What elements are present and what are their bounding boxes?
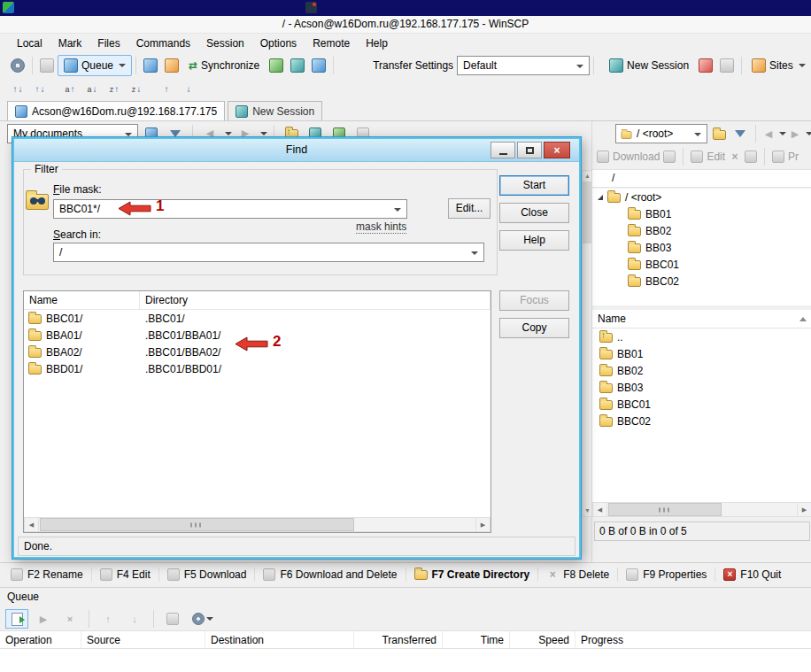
scroll-left-icon[interactable] — [592, 502, 607, 517]
file-row-bb01[interactable]: BB01 — [592, 345, 811, 362]
synchronize-button[interactable]: Synchronize — [182, 55, 266, 76]
queue-col-operation[interactable]: Operation — [0, 631, 81, 648]
queue-resume-button[interactable] — [32, 609, 55, 629]
file-row-bb03[interactable]: BB03 — [592, 379, 811, 396]
remote-hscrollbar[interactable] — [592, 502, 811, 517]
queue-col-speed[interactable]: Speed — [510, 631, 575, 648]
app-taskbar-icon[interactable] — [3, 2, 14, 13]
queue-col-source[interactable]: Source — [81, 631, 205, 648]
file-mask-input[interactable]: BBC01*/ — [53, 199, 407, 219]
panel-layout-button[interactable] — [140, 55, 161, 76]
fkey-f9-properties[interactable]: F9 Properties — [622, 565, 710, 584]
sort-button-5[interactable]: z — [104, 80, 125, 99]
menu-commands[interactable]: Commands — [128, 35, 198, 52]
queue-move-up-button[interactable] — [97, 609, 120, 629]
queue-col-progress[interactable]: Progress — [575, 631, 811, 648]
result-row-4[interactable]: BBD01/ .BBC01/BBD01/ — [24, 360, 490, 377]
queue-panel-title[interactable]: Queue — [0, 587, 811, 606]
menu-help[interactable]: Help — [358, 35, 396, 52]
queue-copy-button[interactable] — [161, 609, 184, 629]
remote-open-dir-button[interactable] — [709, 123, 729, 144]
session-color-button[interactable] — [287, 55, 308, 76]
tab-session[interactable]: Acson@w16Dom.ru@192.168.177.175 — [7, 101, 225, 120]
tree-item-bbc02[interactable]: BBC02 — [592, 273, 811, 290]
menu-mark[interactable]: Mark — [50, 35, 90, 52]
fkey-f5-download[interactable]: F5 Download — [164, 565, 251, 584]
tree-item-bbc01[interactable]: BBC01 — [592, 256, 811, 273]
scroll-thumb[interactable] — [40, 518, 354, 531]
fkey-f7-create-directory[interactable]: F7 Create Directory — [411, 565, 534, 584]
fkey-f10-quit[interactable]: F10 Quit — [720, 565, 784, 584]
sort-button-4[interactable]: a — [81, 80, 103, 99]
focus-button[interactable]: Focus — [499, 290, 569, 311]
sort-button-2[interactable] — [29, 80, 50, 99]
sites-button[interactable]: Sites — [745, 55, 811, 76]
file-row-bbc02[interactable]: BBC02 — [592, 413, 811, 429]
download-button[interactable]: Download — [613, 151, 660, 163]
results-hscrollbar[interactable] — [24, 517, 490, 532]
preferences-button[interactable] — [7, 55, 28, 76]
remote-back-button[interactable] — [761, 123, 776, 144]
file-row-bb02[interactable]: BB02 — [592, 362, 811, 379]
menu-session[interactable]: Session — [198, 35, 252, 52]
close-session-button[interactable] — [695, 55, 716, 76]
queue-settings-button[interactable] — [188, 609, 218, 629]
sort-button-1[interactable] — [7, 80, 28, 99]
scroll-left-icon[interactable] — [24, 517, 39, 532]
sort-button-8[interactable] — [178, 80, 199, 99]
start-button[interactable]: Start — [499, 175, 569, 196]
file-row-updir[interactable]: .. — [592, 328, 811, 345]
tree-root-item[interactable]: / <root> — [592, 189, 811, 205]
queue-enable-button[interactable] — [5, 609, 28, 629]
properties-button[interactable]: Pr — [788, 151, 799, 163]
menu-files[interactable]: Files — [89, 35, 127, 52]
find-dialog-titlebar[interactable]: Find — [14, 139, 579, 162]
remote-path-select[interactable]: / <root> — [615, 124, 707, 143]
directory-column-header[interactable]: Directory — [140, 291, 490, 309]
minimize-button[interactable] — [490, 142, 515, 158]
sort-button-6[interactable]: z — [126, 80, 147, 99]
queue-toggle-button[interactable]: Queue — [58, 55, 132, 76]
scroll-track[interactable] — [607, 502, 797, 517]
title-bar[interactable]: / - Acson@w16Dom.ru@192.168.177.175 - Wi… — [0, 16, 811, 34]
tree-expander-icon[interactable] — [598, 195, 603, 200]
menu-remote[interactable]: Remote — [305, 35, 358, 52]
close-button[interactable] — [544, 142, 570, 158]
remote-filter-button[interactable] — [730, 123, 750, 144]
copy-button[interactable]: Copy — [499, 318, 569, 338]
paste-button[interactable] — [36, 55, 58, 76]
result-row-1[interactable]: BBC01/ .BBC01/ — [24, 310, 490, 327]
tree-item-bb02[interactable]: BB02 — [592, 222, 811, 239]
queue-col-destination[interactable]: Destination — [205, 631, 354, 648]
edit-button[interactable]: Edit — [707, 151, 725, 163]
menu-local[interactable]: Local — [9, 35, 50, 52]
name-column-header[interactable]: Name — [598, 313, 626, 325]
remote-address-row[interactable]: / — [592, 169, 811, 188]
scroll-right-icon[interactable] — [797, 502, 811, 517]
tray-notification-icon[interactable] — [305, 2, 317, 13]
remote-files-header[interactable]: Name — [592, 310, 811, 328]
name-column-header[interactable]: Name — [24, 291, 140, 309]
tree-item-bb01[interactable]: BB01 — [592, 205, 811, 222]
tree-item-bb03[interactable]: BB03 — [592, 239, 811, 256]
fkey-f8-delete[interactable]: F8 Delete — [543, 565, 613, 584]
scroll-track[interactable] — [39, 517, 475, 532]
file-row-bbc01[interactable]: BBC01 — [592, 396, 811, 413]
queue-delete-button[interactable] — [58, 609, 81, 629]
tab-new-session[interactable]: New Session — [228, 101, 322, 120]
queue-col-transferred[interactable]: Transferred — [354, 631, 443, 648]
new-session-button[interactable]: New Session — [603, 55, 695, 76]
queue-col-time[interactable]: Time — [443, 631, 510, 648]
fkey-f4-edit[interactable]: F4 Edit — [97, 565, 154, 584]
sort-button-3[interactable]: a — [59, 80, 81, 99]
panel-colors-button[interactable] — [161, 55, 182, 76]
duplicate-session-button[interactable] — [716, 55, 738, 76]
scroll-thumb[interactable] — [608, 503, 722, 516]
mask-hints-link[interactable]: mask hints — [356, 220, 406, 234]
scroll-right-icon[interactable] — [475, 517, 490, 532]
synchronize-browsing-button[interactable] — [266, 55, 287, 76]
maximize-button[interactable] — [517, 142, 542, 158]
fkey-f6-download-delete[interactable]: F6 Download and Delete — [259, 565, 400, 584]
fkey-f2-rename[interactable]: F2 Rename — [7, 565, 87, 584]
transfer-settings-select[interactable]: Default — [457, 56, 590, 75]
